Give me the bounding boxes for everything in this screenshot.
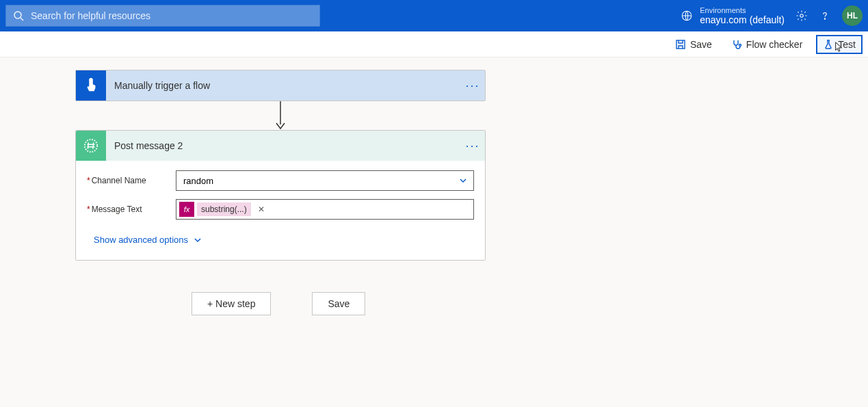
avatar[interactable]: HL — [842, 5, 863, 26]
svg-line-1 — [21, 18, 23, 21]
channel-row: *Channel Name random — [87, 170, 474, 191]
trigger-header[interactable]: Manually trigger a flow ··· — [76, 70, 485, 101]
environment-name: enayu.com (default) — [700, 14, 785, 25]
search-input[interactable] — [31, 10, 319, 21]
environment-picker[interactable]: Environments enayu.com (default) — [681, 6, 785, 26]
trigger-menu-button[interactable]: ··· — [460, 79, 485, 93]
channel-select[interactable]: random — [176, 170, 474, 191]
svg-point-0 — [14, 12, 21, 18]
trigger-icon-tile — [76, 70, 106, 101]
header-right: Environments enayu.com (default) HL — [681, 5, 863, 26]
new-step-button[interactable]: + New step — [192, 292, 271, 315]
svg-point-9 — [85, 140, 97, 152]
action-icon-tile — [76, 131, 106, 161]
flow-canvas: Manually trigger a flow ··· Post message… — [0, 57, 868, 315]
action-title: Post message 2 — [106, 140, 460, 151]
message-input[interactable]: fx substring(...) ✕ — [176, 199, 474, 220]
svg-point-3 — [800, 14, 804, 18]
save-button[interactable]: Save — [312, 292, 365, 315]
svg-point-4 — [824, 18, 825, 19]
svg-point-6 — [739, 44, 741, 46]
bottom-button-row: + New step Save — [192, 292, 868, 315]
action-card[interactable]: Post message 2 ··· *Channel Name random … — [75, 130, 486, 261]
tap-icon — [83, 78, 98, 93]
help-icon[interactable] — [819, 10, 831, 22]
trigger-card[interactable]: Manually trigger a flow ··· — [75, 70, 486, 101]
designer-toolbar: Save Flow checker Test — [0, 31, 868, 57]
environment-icon — [681, 10, 693, 22]
token-remove-button[interactable]: ✕ — [254, 205, 269, 214]
message-label: *Message Text — [87, 205, 176, 214]
flow-checker-button[interactable]: Flow checker — [726, 36, 808, 53]
trigger-title: Manually trigger a flow — [106, 80, 460, 91]
toolbar-save-button[interactable]: Save — [670, 36, 718, 53]
chevron-down-icon — [194, 236, 202, 244]
search-box[interactable] — [5, 5, 320, 27]
message-row: *Message Text fx substring(...) ✕ — [87, 199, 474, 220]
save-icon — [675, 39, 686, 50]
channel-value: random — [183, 176, 213, 186]
action-header[interactable]: Post message 2 ··· — [76, 131, 485, 161]
stethoscope-icon — [731, 39, 742, 50]
action-menu-button[interactable]: ··· — [460, 139, 485, 153]
svg-rect-5 — [676, 40, 685, 49]
fx-icon: fx — [179, 202, 194, 217]
show-advanced-toggle[interactable]: Show advanced options — [87, 228, 474, 254]
cursor-icon — [834, 42, 845, 53]
chevron-down-icon — [458, 176, 468, 185]
test-button[interactable]: Test — [816, 35, 863, 54]
channel-label: *Channel Name — [87, 176, 176, 185]
arrow-down-icon — [274, 101, 287, 130]
top-header: Environments enayu.com (default) HL — [0, 0, 868, 31]
expression-token[interactable]: substring(...) — [197, 202, 251, 216]
search-icon — [13, 10, 24, 21]
connector-arrow — [274, 101, 868, 130]
environment-label: Environments — [700, 6, 785, 15]
hash-icon — [83, 138, 98, 153]
action-body: *Channel Name random *Message Text fx su… — [76, 161, 485, 260]
settings-icon[interactable] — [795, 10, 808, 22]
flask-icon — [823, 39, 834, 50]
